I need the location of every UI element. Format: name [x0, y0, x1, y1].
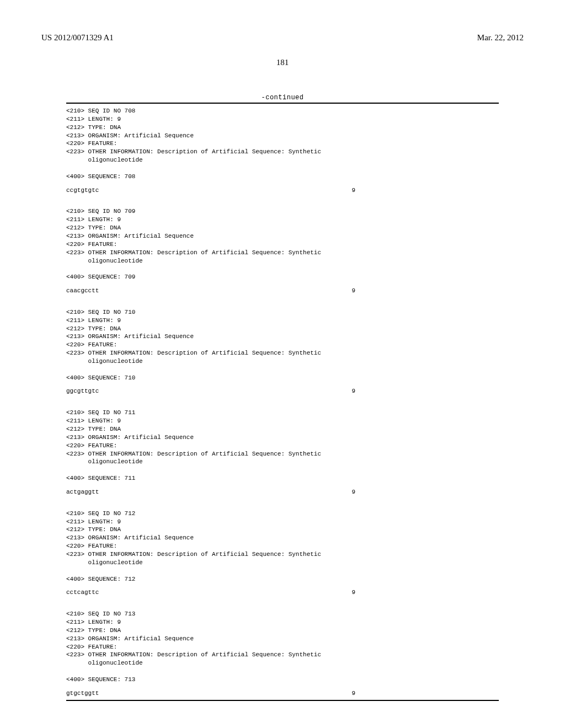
sequence-entry: <210> SEQ ID NO 713 <211> LENGTH: 9 <212…: [0, 607, 565, 699]
sequence-length: 9: [351, 588, 355, 597]
sequence-length: 9: [351, 488, 355, 496]
entry-header-block: <210> SEQ ID NO 711 <211> LENGTH: 9 <212…: [0, 405, 565, 483]
publication-date: Mar. 22, 2012: [477, 33, 524, 42]
entry-header-block: <210> SEQ ID NO 712 <211> LENGTH: 9 <212…: [0, 506, 565, 584]
sequence-row: ccgtgtgtc9: [0, 186, 565, 195]
sequence-length: 9: [351, 689, 355, 698]
sequence-row: cctcagttc9: [0, 588, 565, 597]
sequence-text: ccgtgtgtc: [66, 186, 99, 195]
sequence-entry: <210> SEQ ID NO 708 <211> LENGTH: 9 <212…: [0, 104, 565, 204]
sequence-entry: <210> SEQ ID NO 712 <211> LENGTH: 9 <212…: [0, 506, 565, 607]
sequence-text: cctcagttc: [66, 588, 99, 597]
sequence-length: 9: [351, 186, 355, 195]
publication-number: US 2012/0071329 A1: [41, 33, 114, 42]
entry-header-block: <210> SEQ ID NO 708 <211> LENGTH: 9 <212…: [0, 104, 565, 181]
sequence-row: actgaggtt9: [0, 488, 565, 496]
entry-header-block: <210> SEQ ID NO 713 <211> LENGTH: 9 <212…: [0, 607, 565, 684]
sequence-text: gtgctggtt: [66, 689, 99, 698]
sequence-length: 9: [351, 387, 355, 395]
sequence-entry: <210> SEQ ID NO 709 <211> LENGTH: 9 <212…: [0, 204, 565, 304]
continued-label: -continued: [0, 94, 565, 101]
sequence-text: ggcgttgtc: [66, 387, 99, 395]
sequence-entry: <210> SEQ ID NO 711 <211> LENGTH: 9 <212…: [0, 405, 565, 506]
sequence-row: ggcgttgtc9: [0, 387, 565, 395]
page-header: US 2012/0071329 A1 Mar. 22, 2012: [0, 0, 565, 42]
sequence-length: 9: [351, 287, 355, 295]
bottom-rule: [66, 700, 499, 701]
page-number: 181: [0, 58, 565, 67]
sequence-row: caacgcctt9: [0, 287, 565, 295]
sequence-row: gtgctggtt9: [0, 689, 565, 698]
sequence-text: caacgcctt: [66, 287, 99, 295]
sequence-text: actgaggtt: [66, 488, 99, 496]
entry-header-block: <210> SEQ ID NO 710 <211> LENGTH: 9 <212…: [0, 305, 565, 382]
sequence-entry: <210> SEQ ID NO 710 <211> LENGTH: 9 <212…: [0, 305, 565, 405]
entry-header-block: <210> SEQ ID NO 709 <211> LENGTH: 9 <212…: [0, 204, 565, 281]
sequence-listing-body: <210> SEQ ID NO 708 <211> LENGTH: 9 <212…: [0, 104, 565, 700]
